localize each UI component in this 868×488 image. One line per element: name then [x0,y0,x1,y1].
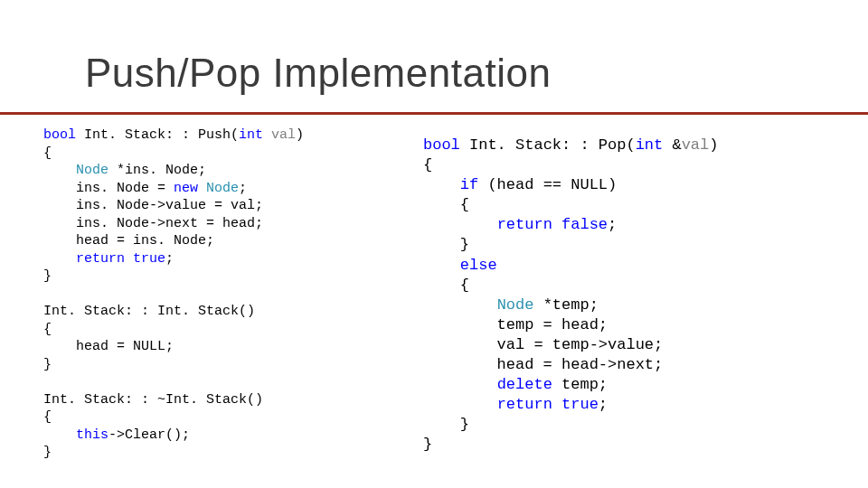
txt: Int. Stack: : Push( [76,127,239,143]
txt: head = NULL; [43,339,174,354]
txt: ins. Node->value = val; [43,198,263,213]
txt: } [43,445,52,460]
txt: { [43,322,52,337]
txt: ) [709,136,718,154]
txt: { [423,156,432,174]
kw-new: new [174,181,198,196]
txt: ; [599,396,608,413]
param: val [263,127,296,143]
txt: ; [165,251,174,267]
txt [423,396,497,413]
txt [125,251,133,267]
txt [552,216,561,233]
txt: } [423,236,469,253]
slide-title: Push/Pop Implementation [85,51,551,96]
txt: { [43,145,52,161]
txt: } [43,268,52,284]
kw-return: return [76,251,125,267]
kw-delete: delete [497,376,552,393]
txt [423,216,497,233]
kw-bool: bool [43,127,76,143]
txt: head = ins. Node; [43,233,214,249]
title-underline [0,112,868,115]
txt: } [423,436,432,453]
txt: Int. Stack: : Pop( [460,136,636,154]
type-node: Node [76,163,108,178]
type-node: Node [497,296,534,314]
txt: (head == NULL) [478,176,617,193]
kw-int: int [239,127,263,143]
txt [423,176,460,193]
kw-int: int [636,136,664,154]
code-block-pop: bool Int. Stack: : Pop(int &val) { if (h… [423,136,718,455]
kw-this: this [76,427,108,443]
txt: ->Clear(); [108,427,190,443]
kw-true: true [133,251,165,267]
txt [423,296,497,314]
kw-false: false [561,216,608,233]
txt [43,427,76,443]
txt [423,376,497,393]
kw-return: return [497,216,552,233]
txt: } [43,357,52,372]
txt: { [43,409,52,425]
txt: temp; [552,376,608,393]
txt [43,251,76,267]
txt: Int. Stack: : ~Int. Stack() [43,392,263,408]
txt: val = temp->value; [423,336,663,353]
txt: ins. Node = [43,181,174,196]
txt: head = head->next; [423,356,663,373]
txt: Int. Stack: : Int. Stack() [43,304,255,319]
txt: & [663,136,681,154]
kw-if: if [460,176,478,193]
txt: { [423,196,469,213]
txt: ; [239,181,247,196]
kw-else: else [460,257,497,274]
txt: } [423,416,469,433]
type-node: Node [206,181,239,196]
txt: temp = head; [423,316,608,333]
txt: ins. Node->next = head; [43,216,263,231]
kw-true: true [561,396,599,413]
txt: { [423,277,469,294]
txt [198,181,206,196]
txt [552,396,561,413]
txt: ) [296,127,304,143]
txt [423,257,460,274]
code-block-push: bool Int. Stack: : Push(int val) { Node … [43,127,304,462]
txt [43,163,76,178]
slide: Push/Pop Implementation bool Int. Stack:… [0,0,868,488]
txt: *ins. Node; [108,163,206,178]
kw-return: return [497,396,552,413]
kw-bool: bool [423,136,460,154]
txt: ; [608,216,617,233]
txt: *temp; [533,296,598,314]
param: val [682,136,710,154]
